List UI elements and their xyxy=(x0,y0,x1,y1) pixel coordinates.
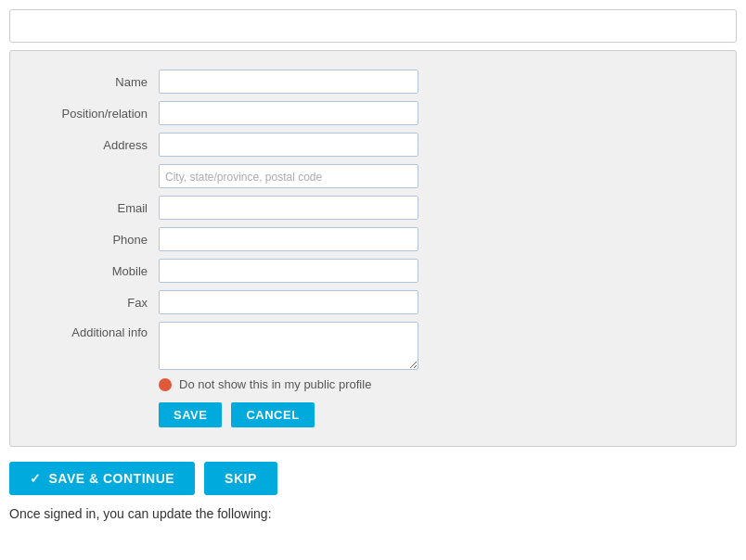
privacy-checkbox-row[interactable]: Do not show this in my public profile xyxy=(159,377,708,391)
phone-label: Phone xyxy=(29,233,159,247)
email-label: Email xyxy=(29,201,159,215)
note-text: Once signed in, you can update the follo… xyxy=(9,506,737,521)
phone-row: Phone xyxy=(29,227,708,251)
phone-field[interactable] xyxy=(159,227,418,251)
city-row xyxy=(29,164,708,188)
address-row: Address xyxy=(29,133,708,157)
email-row: Email xyxy=(29,196,708,220)
checkmark-icon: ✓ xyxy=(30,471,42,486)
skip-button[interactable]: SKIP xyxy=(204,462,277,495)
mobile-row: Mobile xyxy=(29,259,708,283)
name-field[interactable] xyxy=(159,70,418,94)
save-button[interactable]: SAVE xyxy=(159,402,222,427)
fax-label: Fax xyxy=(29,296,159,310)
mobile-field[interactable] xyxy=(159,259,418,283)
top-bar xyxy=(9,9,737,43)
privacy-label: Do not show this in my public profile xyxy=(179,377,371,391)
save-continue-label: SAVE & CONTINUE xyxy=(49,471,175,486)
name-row: Name xyxy=(29,70,708,94)
cancel-button[interactable]: CANCEL xyxy=(231,402,314,427)
position-label: Position/relation xyxy=(29,107,159,121)
address-label: Address xyxy=(29,138,159,152)
bottom-actions: ✓ SAVE & CONTINUE SKIP xyxy=(9,462,737,495)
mobile-label: Mobile xyxy=(29,264,159,278)
privacy-indicator xyxy=(159,378,172,391)
additional-info-row: Additional info xyxy=(29,322,708,370)
additional-info-field[interactable] xyxy=(159,322,418,370)
save-continue-button[interactable]: ✓ SAVE & CONTINUE xyxy=(9,462,195,495)
position-field[interactable] xyxy=(159,101,418,125)
fax-field[interactable] xyxy=(159,290,418,314)
address-field[interactable] xyxy=(159,133,418,157)
city-field[interactable] xyxy=(159,164,418,188)
email-field[interactable] xyxy=(159,196,418,220)
fax-row: Fax xyxy=(29,290,708,314)
additional-info-label: Additional info xyxy=(29,322,159,339)
form-button-row: SAVE CANCEL xyxy=(159,402,708,427)
name-label: Name xyxy=(29,75,159,89)
position-row: Position/relation xyxy=(29,101,708,125)
contact-form-section: Name Position/relation Address Email Pho… xyxy=(9,50,737,447)
